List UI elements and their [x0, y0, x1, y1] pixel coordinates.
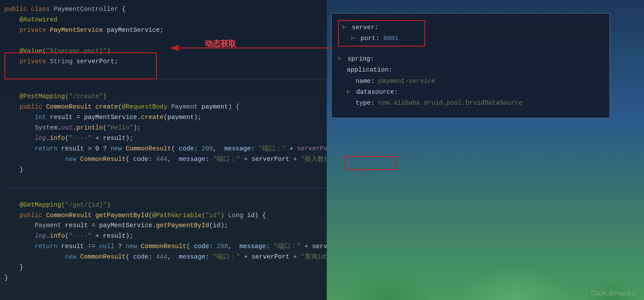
code-content-3: @GetMapping("/get/{id}") public CommonRe… — [4, 190, 322, 294]
divider-2 — [4, 188, 327, 188]
yaml-application-key: application: — [347, 66, 392, 73]
yaml-name-line: name: payment-service — [338, 76, 603, 87]
yaml-spring-block: ⊢ spring: application: name: payment-ser… — [338, 54, 603, 109]
arrow-label: 动态获取 — [205, 38, 236, 49]
yaml-datasource-key: datasource: — [356, 89, 398, 95]
yaml-bullet-port: ⊢ — [351, 35, 355, 42]
yaml-popup: ⊢ server: ⊢ port: 8001 ⊢ spring: applica… — [331, 13, 610, 118]
yaml-bullet-server: ⊢ — [342, 24, 346, 31]
code-content: public class PaymentController { @Autowi… — [4, 4, 322, 77]
yaml-type-line: type: com.alibaba.druid.pool.DruidDataSo… — [338, 98, 603, 109]
yaml-spring-line: ⊢ spring: — [338, 54, 603, 65]
yaml-datasource-line: ⊢ datasource: — [338, 87, 603, 98]
divider-1 — [4, 79, 327, 79]
yaml-server-block: ⊢ server: ⊢ port: 8001 — [338, 20, 603, 47]
yaml-name-key: name: — [356, 78, 375, 85]
yaml-type-key: type: — [356, 99, 375, 106]
yaml-port-key: port: — [360, 35, 380, 42]
yaml-port-line: ⊢ port: 8001 — [342, 33, 419, 44]
code-editor: public class PaymentController { @Autowi… — [0, 0, 327, 300]
yaml-port-value: 8001 — [383, 35, 399, 42]
yaml-type-value: com.alibaba.druid.pool.DruidDataSource — [378, 99, 522, 106]
yaml-server-box: ⊢ server: ⊢ port: 8001 — [338, 20, 425, 47]
yaml-server-line: ⊢ server: — [342, 22, 419, 33]
code-content-2: @PostMapping("/create") public CommonRes… — [4, 81, 322, 185]
yaml-application-line: application: — [338, 65, 603, 75]
yaml-name-value: payment-service — [378, 78, 435, 85]
yaml-bullet-ds: ⊢ — [347, 89, 351, 95]
yaml-server-key: server: — [352, 24, 378, 31]
yaml-spring-key: spring: — [347, 55, 374, 62]
watermark: CSDN @Pascal.Li — [591, 290, 637, 297]
yaml-bullet-spring: ⊢ — [338, 55, 342, 62]
